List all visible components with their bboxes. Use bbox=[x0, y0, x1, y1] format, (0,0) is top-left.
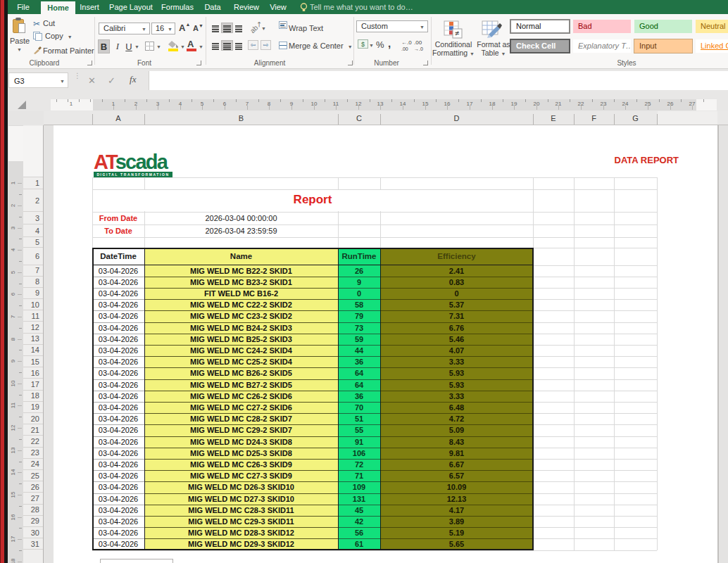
svg-text:≠: ≠ bbox=[455, 29, 459, 37]
